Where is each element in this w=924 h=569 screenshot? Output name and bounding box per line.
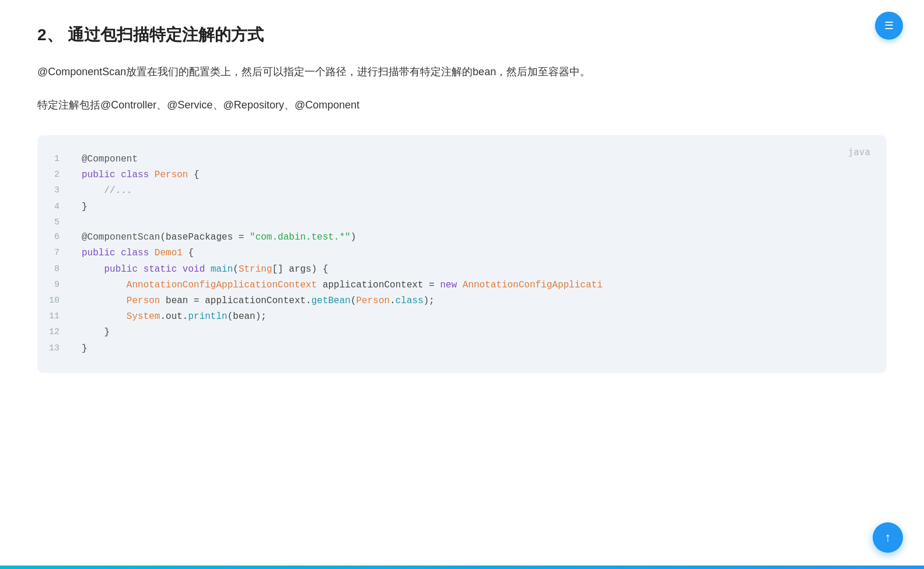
code-row-11: 11 System.out.println(bean); <box>37 309 887 325</box>
code-token: Person <box>356 296 390 306</box>
line-number: 2 <box>37 167 76 183</box>
code-content <box>76 215 887 230</box>
description-text: @ComponentScan放置在我们的配置类上，然后可以指定一个路径，进行扫描… <box>37 62 887 81</box>
code-content: } <box>76 341 887 357</box>
code-token: Demo1 <box>155 248 183 258</box>
code-token: { <box>183 248 194 258</box>
menu-icon: ☰ <box>884 20 894 31</box>
code-row-5: 5 <box>37 215 887 230</box>
code-row-13: 13 } <box>37 341 887 357</box>
code-table: 1 @Component 2 public class Person { 3 /… <box>37 152 887 357</box>
code-token: ) <box>351 232 356 243</box>
code-token: void <box>183 264 205 275</box>
code-token <box>82 264 104 275</box>
code-token: static <box>144 264 177 275</box>
code-content: @ComponentScan(basePackages = "com.dabin… <box>76 230 887 245</box>
code-token: } <box>82 343 88 354</box>
code-token: @Component <box>82 154 138 164</box>
code-content: public class Person { <box>76 167 887 183</box>
code-token: String <box>239 264 272 275</box>
code-token <box>177 264 183 275</box>
menu-button[interactable]: ☰ <box>875 12 903 40</box>
code-token: } <box>82 202 88 212</box>
code-token: public <box>82 170 116 180</box>
code-token: applicationContext = <box>317 280 440 290</box>
code-row-6: 6 @ComponentScan(basePackages = "com.dab… <box>37 230 887 245</box>
code-content: //... <box>76 183 887 199</box>
code-language-label: java <box>848 147 870 157</box>
code-row-8: 8 public static void main(String[] args)… <box>37 262 887 278</box>
code-content: System.out.println(bean); <box>76 309 887 325</box>
code-token: . <box>390 296 396 306</box>
code-token: (bean); <box>228 311 267 322</box>
code-token: .out. <box>160 311 188 322</box>
code-content: public static void main(String[] args) { <box>76 262 887 278</box>
line-number: 3 <box>37 183 76 199</box>
code-token: getBean <box>312 296 351 306</box>
code-token: bean = applicationContext. <box>160 296 311 306</box>
page-container: 2、通过包扫描特定注解的方式 @ComponentScan放置在我们的配置类上，… <box>0 0 924 408</box>
code-token <box>149 170 155 180</box>
code-token: println <box>188 311 227 322</box>
line-number: 13 <box>37 341 76 357</box>
code-content: Person bean = applicationContext.getBean… <box>76 293 887 309</box>
code-token <box>116 248 121 258</box>
code-token: class <box>396 296 424 306</box>
section-heading: 2、通过包扫描特定注解的方式 <box>37 23 887 46</box>
code-token: ( <box>233 264 239 275</box>
line-number: 10 <box>37 293 76 309</box>
code-token: System <box>127 311 160 322</box>
code-content: AnnotationConfigApplicationContext appli… <box>76 278 887 293</box>
code-token: [] args) { <box>272 264 328 275</box>
code-content: } <box>76 199 887 215</box>
annotations-line: 特定注解包括@Controller、@Service、@Repository、@… <box>37 96 887 114</box>
code-token <box>82 280 127 290</box>
line-number: 9 <box>37 278 76 293</box>
code-content: @Component <box>76 152 887 167</box>
code-token: class <box>121 170 149 180</box>
line-number: 11 <box>37 309 76 325</box>
line-number: 5 <box>37 215 76 230</box>
code-token: main <box>211 264 233 275</box>
code-token: Person <box>127 296 160 306</box>
line-number: 8 <box>37 262 76 278</box>
heading-number: 2、 <box>37 26 63 44</box>
code-content: public class Demo1 { <box>76 245 887 261</box>
code-token <box>82 296 127 306</box>
code-row-2: 2 public class Person { <box>37 167 887 183</box>
code-token <box>149 248 155 258</box>
code-token: //... <box>82 185 132 196</box>
code-content: } <box>76 325 887 340</box>
line-number: 1 <box>37 152 76 167</box>
code-token <box>205 264 211 275</box>
code-token: @ComponentScan <box>82 232 160 243</box>
code-token: new <box>440 280 457 290</box>
code-token: (basePackages = <box>160 232 250 243</box>
arrow-up-icon: ↑ <box>885 531 891 544</box>
line-number: 6 <box>37 230 76 245</box>
scroll-up-button[interactable]: ↑ <box>873 522 903 553</box>
code-token: "com.dabin.test.*" <box>250 232 351 243</box>
code-token: public <box>104 264 138 275</box>
code-token <box>116 170 121 180</box>
code-token: ); <box>424 296 435 306</box>
code-row-4: 4 } <box>37 199 887 215</box>
code-row-10: 10 Person bean = applicationContext.getB… <box>37 293 887 309</box>
code-token: ( <box>351 296 356 306</box>
code-row-12: 12 } <box>37 325 887 340</box>
code-row-1: 1 @Component <box>37 152 887 167</box>
code-row-9: 9 AnnotationConfigApplicationContext app… <box>37 278 887 293</box>
code-token <box>457 280 463 290</box>
code-block: java 1 @Component 2 public class Person … <box>37 135 887 373</box>
code-token <box>82 311 127 322</box>
code-token: AnnotationConfigApplicati <box>463 280 603 290</box>
line-number: 4 <box>37 199 76 215</box>
line-number: 7 <box>37 245 76 261</box>
bottom-progress-bar <box>0 566 924 569</box>
code-token <box>138 264 144 275</box>
code-token: public <box>82 248 116 258</box>
code-token: Person <box>155 170 188 180</box>
code-token: } <box>82 327 110 338</box>
code-token: class <box>121 248 149 258</box>
line-number: 12 <box>37 325 76 340</box>
